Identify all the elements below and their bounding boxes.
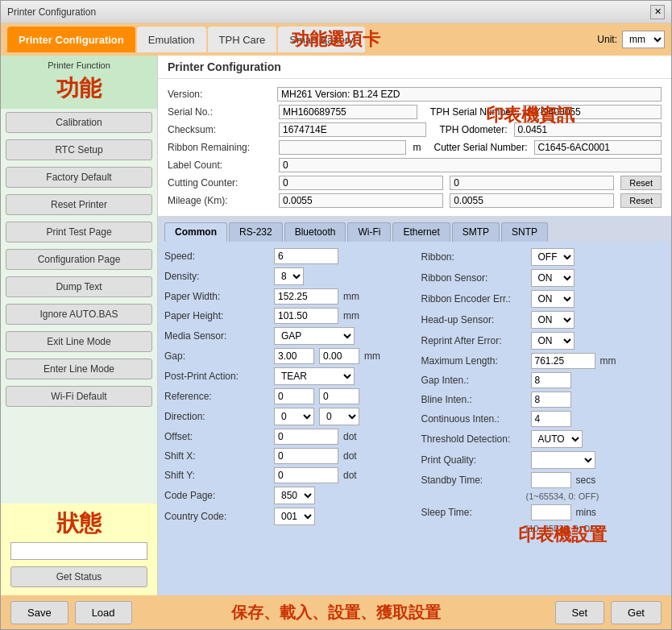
direction-select2[interactable]: 0: [319, 408, 359, 425]
exit-line-mode-button[interactable]: Exit Line Mode: [6, 331, 152, 352]
standby-time-input[interactable]: [531, 472, 571, 488]
shift-x-label: Shift X:: [164, 450, 269, 462]
reprint-after-error-select[interactable]: ONOFF: [531, 332, 575, 350]
gap-input2[interactable]: [319, 348, 359, 364]
calibration-button[interactable]: Calibration: [6, 112, 152, 133]
bline-inten-row: Bline Inten.:: [421, 392, 666, 408]
shift-x-input[interactable]: [274, 448, 338, 464]
post-print-action-select[interactable]: TEAR: [274, 367, 355, 385]
gap-input1[interactable]: [274, 348, 314, 364]
ribbon-row: Ribbon Remaining: m Cutter Serial Number…: [168, 139, 662, 156]
dump-text-button[interactable]: Dump Text: [6, 276, 152, 297]
load-button[interactable]: Load: [75, 601, 132, 624]
shift-y-input[interactable]: [274, 467, 338, 483]
reference-input2[interactable]: [319, 388, 359, 404]
max-length-input[interactable]: [531, 353, 595, 369]
rtc-setup-button[interactable]: RTC Setup: [6, 139, 152, 160]
mileage-value2[interactable]: [450, 193, 614, 208]
config-tab-bluetooth[interactable]: Bluetooth: [284, 222, 346, 242]
reference-input1[interactable]: [274, 388, 314, 404]
shift-x-row: Shift X: dot: [164, 448, 409, 464]
country-code-select[interactable]: 001: [274, 508, 315, 525]
media-sensor-select[interactable]: GAP: [274, 327, 355, 345]
label-count-value[interactable]: [279, 158, 662, 172]
config-tab-sntp[interactable]: SNTP: [501, 222, 548, 242]
speed-input[interactable]: [274, 248, 338, 264]
threshold-detection-select[interactable]: AUTO: [531, 430, 583, 448]
get-status-button[interactable]: Get Status: [10, 566, 147, 587]
max-length-label: Maximum Length:: [421, 355, 526, 367]
wifi-default-button[interactable]: Wi-Fi Default: [6, 386, 152, 407]
ribbon-sensor-row: Ribbon Sensor: ONOFF: [421, 269, 666, 287]
get-button[interactable]: Get: [611, 601, 662, 624]
config-left-column: Speed: Density: 8 Paper Width: mm Paper …: [164, 248, 409, 589]
bottom-bar: Save Load 保存、載入、設置、獲取設置 Set Get: [1, 595, 671, 629]
continuous-inten-input[interactable]: [531, 411, 571, 427]
panel-title: Printer Configuration: [158, 56, 671, 79]
version-value[interactable]: [277, 87, 662, 102]
density-select[interactable]: 8: [274, 267, 304, 285]
shift-y-row: Shift Y: dot: [164, 467, 409, 483]
serial-row: Serial No.: TPH Serial Number:: [168, 103, 662, 121]
cutting-counter-label: Cutting Counter:: [168, 177, 272, 189]
head-up-sensor-select[interactable]: ONOFF: [531, 311, 575, 329]
cutter-serial-value[interactable]: [534, 140, 662, 155]
ribbon-select[interactable]: OFFON: [531, 248, 575, 266]
bline-inten-input[interactable]: [531, 392, 571, 408]
sidebar-status-section: 狀態 Get Status: [1, 504, 157, 595]
offset-input[interactable]: [274, 429, 338, 445]
factory-default-button[interactable]: Factory Default: [6, 167, 152, 188]
bottom-bar-title: 保存、載入、設置、獲取設置: [231, 602, 441, 624]
paper-height-input[interactable]: [274, 308, 338, 324]
ribbon-sensor-select[interactable]: ONOFF: [531, 269, 575, 287]
label-count-row: Label Count:: [168, 156, 662, 174]
ribbon-remaining-value[interactable]: [279, 140, 406, 155]
checksum-value[interactable]: [279, 122, 426, 137]
configuration-page-button[interactable]: Configuration Page: [6, 249, 152, 270]
sleep-time-input[interactable]: [531, 504, 571, 520]
shift-y-label: Shift Y:: [164, 470, 269, 481]
code-page-select[interactable]: 850: [274, 487, 315, 504]
config-tab-wifi[interactable]: Wi-Fi: [347, 222, 391, 242]
close-button[interactable]: ✕: [650, 5, 665, 19]
config-tab-ethernet[interactable]: Ethernet: [392, 222, 450, 242]
tab-tph-care[interactable]: TPH Care: [208, 27, 277, 52]
checksum-label: Checksum:: [168, 124, 272, 135]
cutter-serial-label: Cutter Serial Number:: [433, 142, 527, 153]
tab-emulation[interactable]: Emulation: [137, 27, 206, 52]
print-test-page-button[interactable]: Print Test Page: [6, 222, 152, 242]
unit-select[interactable]: mm inch: [622, 31, 665, 48]
save-button[interactable]: Save: [10, 601, 68, 624]
cutting-counter-value2[interactable]: [450, 176, 614, 190]
ribbon-encoder-select[interactable]: ONOFF: [531, 290, 575, 308]
max-length-unit: mm: [600, 355, 616, 367]
mileage-value1[interactable]: [279, 193, 443, 208]
config-tab-smtp[interactable]: SMTP: [452, 222, 500, 242]
mileage-reset-button[interactable]: Reset: [620, 193, 662, 208]
config-tab-rs232[interactable]: RS-232: [229, 222, 283, 242]
enter-line-mode-button[interactable]: Enter Line Mode: [6, 359, 152, 379]
serial-value[interactable]: [279, 105, 417, 119]
media-sensor-row: Media Sensor: GAP: [164, 327, 409, 345]
ignore-auto-bas-button[interactable]: Ignore AUTO.BAS: [6, 304, 152, 325]
cutting-counter-value1[interactable]: [279, 176, 443, 190]
reset-printer-button[interactable]: Reset Printer: [6, 194, 152, 215]
paper-width-input[interactable]: [274, 288, 338, 305]
status-input[interactable]: [10, 542, 147, 560]
config-tabs: Common RS-232 Bluetooth Wi-Fi Ethernet S…: [158, 216, 671, 242]
config-content-title: 印表機設置: [518, 523, 607, 547]
gap-inten-input[interactable]: [531, 372, 571, 388]
tab-printer-configuration[interactable]: Printer Configuration: [7, 27, 135, 52]
mileage-row: Mileage (Km): Reset: [168, 192, 662, 209]
set-button[interactable]: Set: [555, 601, 605, 624]
sleep-time-unit: mins: [576, 507, 596, 518]
offset-unit: dot: [343, 431, 357, 442]
direction-select1[interactable]: 0: [274, 408, 314, 425]
print-quality-select[interactable]: [531, 451, 595, 469]
speed-row: Speed:: [164, 248, 409, 264]
config-tab-common[interactable]: Common: [164, 222, 227, 242]
cutting-reset-button[interactable]: Reset: [620, 176, 662, 190]
head-up-sensor-row: Head-up Sensor: ONOFF: [421, 311, 666, 329]
right-panel: Printer Configuration 印表機資訊 Version: Ser…: [158, 56, 671, 595]
reference-label: Reference:: [164, 391, 269, 402]
